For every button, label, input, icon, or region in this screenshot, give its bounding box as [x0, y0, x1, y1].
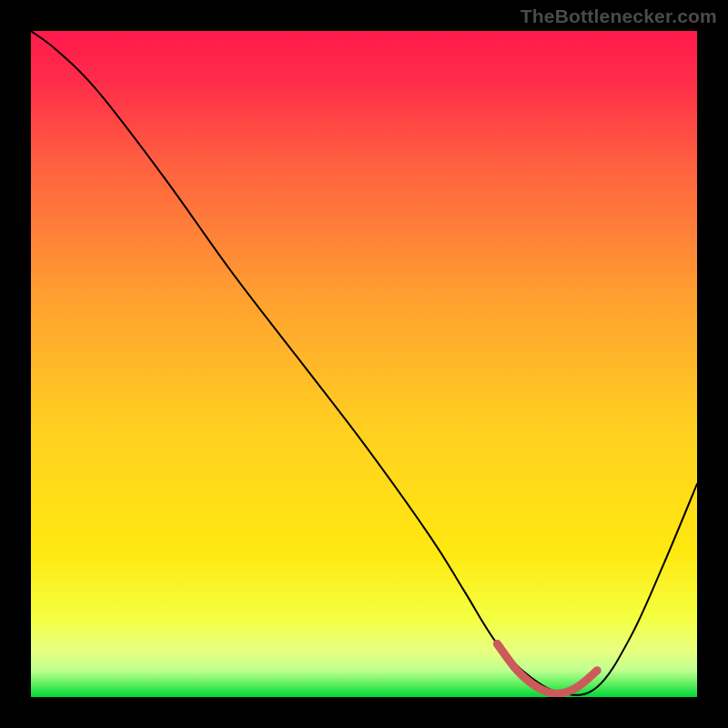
- chart-svg: [31, 31, 697, 697]
- bottleneck-chart: [31, 31, 697, 697]
- gradient-background: [31, 31, 697, 697]
- watermark-text: TheBottlenecker.com: [521, 5, 717, 27]
